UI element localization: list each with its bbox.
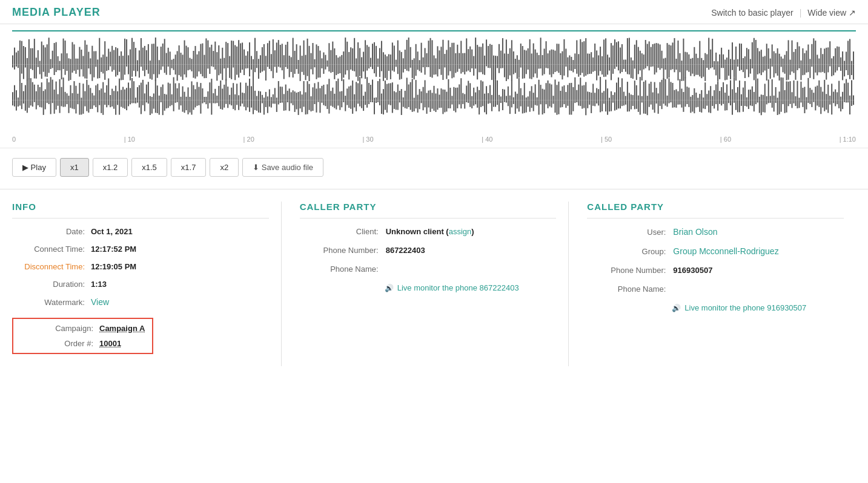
svg-rect-10 xyxy=(16,90,17,100)
group-value-link[interactable]: Group Mcconnell-Rodriguez xyxy=(673,246,778,256)
svg-rect-1171 xyxy=(540,100,542,105)
svg-rect-1215 xyxy=(560,100,561,108)
svg-rect-1855 xyxy=(849,100,850,114)
svg-rect-1660 xyxy=(763,57,764,65)
svg-rect-850 xyxy=(396,92,397,100)
svg-rect-1060 xyxy=(491,45,492,64)
svg-rect-1536 xyxy=(706,54,707,65)
svg-rect-469 xyxy=(224,64,225,68)
svg-rect-1306 xyxy=(601,93,603,100)
svg-rect-525 xyxy=(249,64,250,76)
svg-rect-701 xyxy=(328,64,330,71)
svg-rect-1126 xyxy=(520,88,522,100)
svg-rect-994 xyxy=(460,78,462,100)
svg-rect-534 xyxy=(253,77,254,100)
svg-rect-659 xyxy=(309,100,310,110)
svg-rect-1041 xyxy=(482,64,483,74)
svg-rect-1597 xyxy=(734,64,735,77)
waveform-display[interactable] xyxy=(12,30,856,133)
svg-rect-1570 xyxy=(721,87,722,100)
svg-rect-1351 xyxy=(621,100,623,107)
watermark-link[interactable]: View xyxy=(91,297,109,307)
svg-rect-425 xyxy=(204,64,205,78)
svg-rect-683 xyxy=(319,100,320,113)
svg-rect-1250 xyxy=(576,90,577,100)
svg-rect-1167 xyxy=(538,100,540,115)
svg-rect-747 xyxy=(348,100,350,108)
svg-rect-1397 xyxy=(643,64,644,69)
svg-rect-1863 xyxy=(853,100,854,105)
svg-rect-527 xyxy=(249,100,250,112)
svg-rect-637 xyxy=(300,64,301,81)
play-button[interactable]: ▶ Play xyxy=(12,158,56,177)
svg-rect-1257 xyxy=(580,64,581,75)
svg-rect-1525 xyxy=(701,64,702,78)
svg-rect-841 xyxy=(392,64,393,70)
svg-rect-509 xyxy=(242,64,243,70)
svg-rect-1605 xyxy=(737,64,738,67)
svg-rect-1699 xyxy=(779,100,780,114)
svg-rect-651 xyxy=(305,100,306,114)
svg-rect-352 xyxy=(171,60,173,65)
svg-rect-170 xyxy=(88,85,89,100)
svg-rect-1693 xyxy=(777,64,778,76)
wide-view-link[interactable]: Wide view ↗ xyxy=(807,8,856,18)
svg-rect-262 xyxy=(130,88,131,100)
svg-rect-315 xyxy=(153,100,154,109)
svg-rect-17 xyxy=(19,64,21,81)
svg-rect-159 xyxy=(82,100,84,114)
svg-rect-209 xyxy=(106,64,107,71)
svg-rect-480 xyxy=(229,56,230,65)
svg-rect-851 xyxy=(396,100,397,110)
svg-rect-195 xyxy=(99,100,100,105)
svg-rect-127 xyxy=(68,100,70,113)
svg-rect-1788 xyxy=(820,48,821,64)
svg-rect-1145 xyxy=(529,64,531,79)
svg-rect-1662 xyxy=(763,95,764,100)
watermark-label: Watermark: xyxy=(12,298,85,307)
svg-rect-1757 xyxy=(806,64,807,73)
svg-rect-1688 xyxy=(775,53,777,64)
caller-monitor-link[interactable]: Live monitor the phone 867222403 xyxy=(385,283,557,292)
svg-rect-269 xyxy=(133,64,134,71)
svg-rect-135 xyxy=(72,100,73,109)
speed-x1-button[interactable]: x1 xyxy=(60,158,89,177)
svg-rect-1529 xyxy=(703,64,704,76)
svg-rect-1007 xyxy=(466,100,467,102)
speed-x2-button[interactable]: x2 xyxy=(210,158,239,177)
svg-rect-1508 xyxy=(694,47,695,65)
svg-rect-1496 xyxy=(688,54,689,64)
speed-x15-button[interactable]: x1.5 xyxy=(131,158,167,177)
svg-rect-579 xyxy=(273,100,274,104)
svg-rect-1252 xyxy=(578,54,579,64)
user-value-link[interactable]: Brian Olson xyxy=(673,227,717,237)
svg-rect-235 xyxy=(117,100,118,105)
svg-rect-1640 xyxy=(754,38,755,65)
svg-rect-308 xyxy=(151,44,153,64)
svg-rect-973 xyxy=(451,64,452,78)
svg-rect-1658 xyxy=(761,94,762,100)
svg-rect-1471 xyxy=(675,100,677,108)
svg-rect-1292 xyxy=(596,50,597,64)
campaign-label: Campaign: xyxy=(21,324,93,333)
save-audio-button[interactable]: ⬇ Save audio file xyxy=(242,158,323,177)
speed-x12-button[interactable]: x1.2 xyxy=(93,158,128,177)
svg-rect-886 xyxy=(412,79,413,100)
svg-rect-1391 xyxy=(640,100,641,115)
svg-rect-672 xyxy=(316,44,317,64)
speed-x17-button[interactable]: x1.7 xyxy=(171,158,207,177)
svg-rect-1790 xyxy=(820,87,821,100)
assign-link[interactable]: assign xyxy=(449,227,472,236)
switch-basic-player-link[interactable]: Switch to basic player xyxy=(711,8,793,18)
svg-rect-1631 xyxy=(748,100,749,109)
svg-rect-1241 xyxy=(572,64,574,72)
svg-rect-1382 xyxy=(636,85,637,100)
svg-rect-623 xyxy=(293,100,294,105)
svg-rect-1177 xyxy=(544,64,545,74)
caller-monitor-text: Live monitor the phone 867222403 xyxy=(397,283,519,292)
svg-rect-600 xyxy=(283,55,285,64)
called-monitor-link[interactable]: Live monitor the phone 916930507 xyxy=(672,303,844,312)
svg-rect-144 xyxy=(77,59,78,65)
svg-rect-465 xyxy=(222,64,223,80)
svg-rect-412 xyxy=(198,51,199,65)
